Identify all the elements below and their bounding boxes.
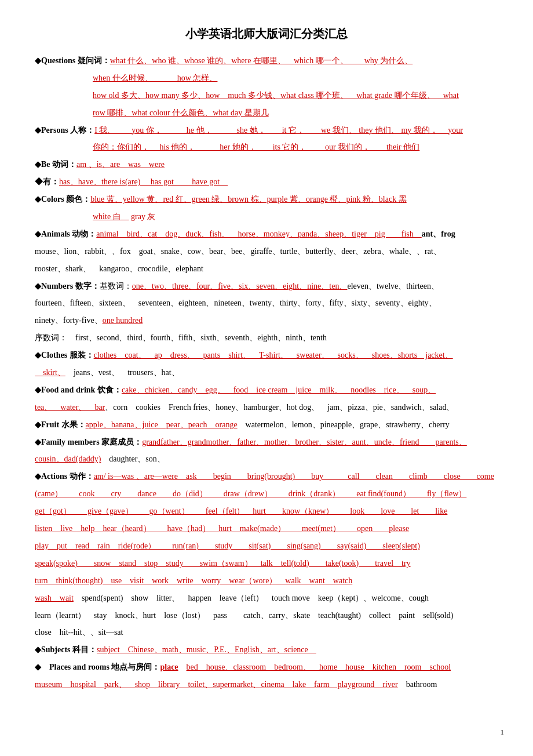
actions-line4: listen live help hear（heard） have（had） h… bbox=[35, 521, 498, 536]
page-title: 小学英语北师大版词汇分类汇总 bbox=[35, 23, 498, 44]
fruit-section: ◆Fruit 水果：apple、banana、juice pear、peach … bbox=[35, 417, 498, 432]
animals-line3: rooster、shark、 kangaroo、crocodile、elepha… bbox=[35, 261, 498, 277]
persons-line2: 你的；你们的， his 他的， her 她的， its 它的， our 我们的，… bbox=[35, 140, 498, 155]
you-section: ◆有：has、have、there is(are) has got have g… bbox=[35, 175, 498, 190]
food-line2: tea、 water、 bar、corn cookies French frie… bbox=[35, 400, 498, 415]
food-section: ◆Food and drink 饮食：cake、chicken、candy eg… bbox=[35, 383, 498, 398]
colors-line2: white 白 gray 灰 bbox=[35, 209, 498, 224]
clothes-section: ◆Clothes 服装：clothes coat、 ap dress、 pant… bbox=[35, 348, 498, 363]
actions-line5: play put read rain ride(rode） run(ran) s… bbox=[35, 539, 498, 554]
be-section: ◆Be 动词：am 、is、are was were bbox=[35, 157, 498, 172]
actions-line10: close hit--hit、、sit—sat bbox=[35, 625, 498, 640]
questions-section: ◆Questions 疑问词：what 什么、who 谁、whose 谁的、wh… bbox=[35, 53, 498, 68]
questions-line2: when 什么时候、 how 怎样、 bbox=[35, 71, 498, 86]
family-line2: cousin、dad(daddy) daughter、son、 bbox=[35, 452, 498, 467]
questions-line3: how old 多大、how many 多少、how much 多少钱、what… bbox=[35, 88, 498, 103]
questions-label: ◆Questions 疑问词： bbox=[35, 56, 110, 65]
actions-line8: wash wait spend(spent) show litter、 happ… bbox=[35, 591, 498, 606]
places-line2: museum hospital park、 shop library toile… bbox=[35, 677, 498, 692]
animals-line2: mouse、lion、rabbit、、fox goat、snake、cow、be… bbox=[35, 244, 498, 259]
actions-line7: turn think(thought) use visit work write… bbox=[35, 573, 498, 588]
numbers-line3: ninety、forty-five、one hundred bbox=[35, 313, 498, 328]
actions-line6: speak(spoke) snow stand stop study swim（… bbox=[35, 556, 498, 571]
questions-words: what 什么、who 谁、whose 谁的、where 在哪里、 which … bbox=[110, 56, 413, 65]
numbers-section: ◆Numbers 数字：基数词：one、two、three、four、five、… bbox=[35, 279, 498, 294]
subjects-section: ◆Subjects 科目：subject Chinese、math、music、… bbox=[35, 642, 498, 657]
places-section: ◆ Places and rooms 地点与房间：place bed house… bbox=[35, 660, 498, 675]
persons-section: ◆Persons 人称：I 我、 you 你， he 他， she 她， it … bbox=[35, 123, 498, 138]
family-section: ◆Family members 家庭成员：grandfather、grandmo… bbox=[35, 435, 498, 450]
actions-line9: learn（learnt） stay knock、hurt lose（lost）… bbox=[35, 608, 498, 623]
clothes-line2: skirt、 jeans、vest、 trousers、hat、 bbox=[35, 365, 498, 380]
numbers-line2: fourteen、fifteen、sixteen、 seventeen、eigh… bbox=[35, 296, 498, 311]
content-body: ◆Questions 疑问词：what 什么、who 谁、whose 谁的、wh… bbox=[35, 53, 498, 692]
actions-section: ◆Actions 动作：am/ is—was 、are—were ask beg… bbox=[35, 469, 498, 484]
actions-line3: get（got） give（gave） go（went） feel（felt） … bbox=[35, 504, 498, 519]
questions-line4: row 哪排、what colour 什么颜色、what day 星期几 bbox=[35, 106, 498, 121]
colors-section: ◆Colors 颜色：blue 蓝、yellow 黄、red 红、green 绿… bbox=[35, 192, 498, 207]
actions-line2: (came） cook cry dance do（did） draw（drew）… bbox=[35, 486, 498, 501]
numbers-ordinal: 序数词： first、second、third、fourth、fifth、six… bbox=[35, 330, 498, 346]
animals-section: ◆Animals 动物：animal bird、cat dog、duck、fis… bbox=[35, 227, 498, 242]
